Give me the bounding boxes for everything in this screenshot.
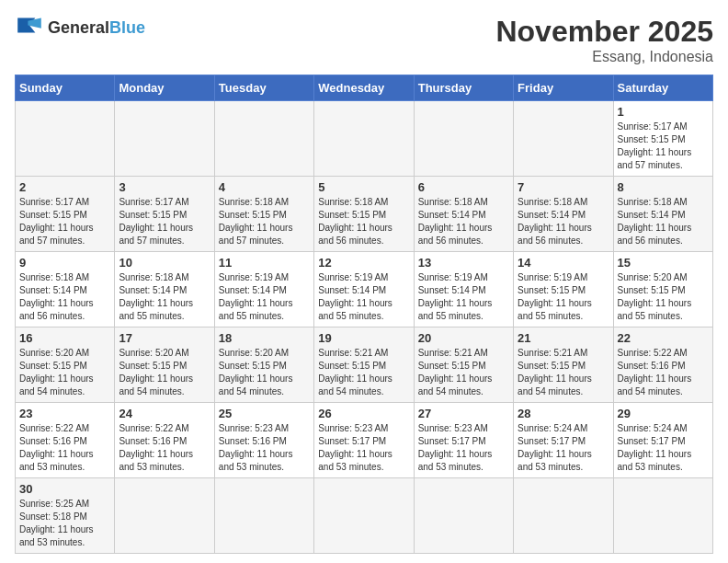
calendar-cell xyxy=(414,101,513,177)
day-number: 4 xyxy=(219,180,310,194)
calendar-cell: 9Sunrise: 5:18 AMSunset: 5:14 PMDaylight… xyxy=(16,252,115,327)
day-number: 5 xyxy=(318,180,409,194)
logo-text: GeneralBlue xyxy=(48,18,145,38)
calendar-cell xyxy=(314,101,414,177)
day-info: Sunrise: 5:20 AMSunset: 5:15 PMDaylight:… xyxy=(119,347,210,398)
calendar-table: SundayMondayTuesdayWednesdayThursdayFrid… xyxy=(15,75,713,554)
calendar-cell xyxy=(16,101,115,177)
calendar-week-row: 23Sunrise: 5:22 AMSunset: 5:16 PMDayligh… xyxy=(16,403,713,478)
day-info: Sunrise: 5:20 AMSunset: 5:15 PMDaylight:… xyxy=(219,347,310,398)
day-number: 28 xyxy=(518,407,609,420)
calendar-cell xyxy=(314,478,414,554)
day-info: Sunrise: 5:18 AMSunset: 5:14 PMDaylight:… xyxy=(518,196,609,247)
location-subtitle: Essang, Indonesia xyxy=(495,49,713,65)
calendar-cell: 11Sunrise: 5:19 AMSunset: 5:14 PMDayligh… xyxy=(214,252,313,327)
calendar-cell xyxy=(414,478,513,554)
calendar-cell: 10Sunrise: 5:18 AMSunset: 5:14 PMDayligh… xyxy=(115,252,214,327)
calendar-week-row: 9Sunrise: 5:18 AMSunset: 5:14 PMDaylight… xyxy=(16,252,713,327)
day-info: Sunrise: 5:17 AMSunset: 5:15 PMDaylight:… xyxy=(19,196,110,247)
day-info: Sunrise: 5:25 AMSunset: 5:18 PMDaylight:… xyxy=(19,498,110,549)
day-number: 3 xyxy=(119,180,210,194)
weekday-header-friday: Friday xyxy=(514,75,613,101)
day-info: Sunrise: 5:23 AMSunset: 5:16 PMDaylight:… xyxy=(219,422,310,474)
day-info: Sunrise: 5:24 AMSunset: 5:17 PMDaylight:… xyxy=(618,422,709,474)
weekday-header-thursday: Thursday xyxy=(414,75,513,101)
calendar-cell: 15Sunrise: 5:20 AMSunset: 5:15 PMDayligh… xyxy=(613,252,712,327)
calendar-cell xyxy=(514,478,613,554)
calendar-week-row: 1Sunrise: 5:17 AMSunset: 5:15 PMDaylight… xyxy=(16,101,713,177)
day-number: 16 xyxy=(19,331,110,345)
day-info: Sunrise: 5:19 AMSunset: 5:14 PMDaylight:… xyxy=(418,271,509,323)
calendar-cell: 18Sunrise: 5:20 AMSunset: 5:15 PMDayligh… xyxy=(214,327,313,403)
day-info: Sunrise: 5:23 AMSunset: 5:17 PMDaylight:… xyxy=(418,422,509,474)
day-number: 14 xyxy=(518,256,609,270)
day-info: Sunrise: 5:21 AMSunset: 5:15 PMDaylight:… xyxy=(318,347,409,398)
calendar-cell: 30Sunrise: 5:25 AMSunset: 5:18 PMDayligh… xyxy=(16,478,115,554)
calendar-cell: 2Sunrise: 5:17 AMSunset: 5:15 PMDaylight… xyxy=(16,177,115,252)
day-info: Sunrise: 5:19 AMSunset: 5:15 PMDaylight:… xyxy=(518,271,609,323)
day-number: 20 xyxy=(418,331,509,345)
day-info: Sunrise: 5:17 AMSunset: 5:15 PMDaylight:… xyxy=(618,121,709,172)
day-number: 26 xyxy=(318,407,409,420)
calendar-cell: 12Sunrise: 5:19 AMSunset: 5:14 PMDayligh… xyxy=(314,252,414,327)
day-number: 19 xyxy=(318,331,409,345)
calendar-cell xyxy=(214,101,313,177)
day-number: 27 xyxy=(418,407,509,420)
day-number: 25 xyxy=(219,407,310,420)
day-info: Sunrise: 5:18 AMSunset: 5:14 PMDaylight:… xyxy=(418,196,509,247)
weekday-header-row: SundayMondayTuesdayWednesdayThursdayFrid… xyxy=(16,75,713,101)
calendar-cell: 8Sunrise: 5:18 AMSunset: 5:14 PMDaylight… xyxy=(613,177,712,252)
weekday-header-sunday: Sunday xyxy=(16,75,115,101)
calendar-cell: 3Sunrise: 5:17 AMSunset: 5:15 PMDaylight… xyxy=(115,177,214,252)
title-block: November 2025 Essang, Indonesia xyxy=(495,15,713,65)
calendar-cell: 4Sunrise: 5:18 AMSunset: 5:15 PMDaylight… xyxy=(214,177,313,252)
day-info: Sunrise: 5:18 AMSunset: 5:15 PMDaylight:… xyxy=(318,196,409,247)
calendar-cell: 16Sunrise: 5:20 AMSunset: 5:15 PMDayligh… xyxy=(16,327,115,403)
day-info: Sunrise: 5:22 AMSunset: 5:16 PMDaylight:… xyxy=(119,422,210,474)
calendar-cell: 5Sunrise: 5:18 AMSunset: 5:15 PMDaylight… xyxy=(314,177,414,252)
day-info: Sunrise: 5:18 AMSunset: 5:14 PMDaylight:… xyxy=(119,271,210,323)
calendar-week-row: 16Sunrise: 5:20 AMSunset: 5:15 PMDayligh… xyxy=(16,327,713,403)
calendar-cell: 29Sunrise: 5:24 AMSunset: 5:17 PMDayligh… xyxy=(613,403,712,478)
calendar-week-row: 2Sunrise: 5:17 AMSunset: 5:15 PMDaylight… xyxy=(16,177,713,252)
day-number: 6 xyxy=(418,180,509,194)
day-info: Sunrise: 5:17 AMSunset: 5:15 PMDaylight:… xyxy=(119,196,210,247)
logo: GeneralBlue xyxy=(15,15,145,40)
weekday-header-monday: Monday xyxy=(115,75,214,101)
calendar-cell xyxy=(214,478,313,554)
day-info: Sunrise: 5:18 AMSunset: 5:14 PMDaylight:… xyxy=(19,271,110,323)
day-info: Sunrise: 5:19 AMSunset: 5:14 PMDaylight:… xyxy=(219,271,310,323)
day-number: 23 xyxy=(19,407,110,420)
month-year-title: November 2025 xyxy=(495,15,713,49)
calendar-cell: 1Sunrise: 5:17 AMSunset: 5:15 PMDaylight… xyxy=(613,101,712,177)
calendar-cell: 24Sunrise: 5:22 AMSunset: 5:16 PMDayligh… xyxy=(115,403,214,478)
calendar-cell: 14Sunrise: 5:19 AMSunset: 5:15 PMDayligh… xyxy=(514,252,613,327)
logo-icon xyxy=(15,15,44,40)
calendar-cell: 28Sunrise: 5:24 AMSunset: 5:17 PMDayligh… xyxy=(514,403,613,478)
weekday-header-tuesday: Tuesday xyxy=(214,75,313,101)
calendar-cell: 20Sunrise: 5:21 AMSunset: 5:15 PMDayligh… xyxy=(414,327,513,403)
day-number: 12 xyxy=(318,256,409,270)
calendar-cell xyxy=(115,478,214,554)
day-number: 9 xyxy=(19,256,110,270)
day-number: 17 xyxy=(119,331,210,345)
calendar-cell: 23Sunrise: 5:22 AMSunset: 5:16 PMDayligh… xyxy=(16,403,115,478)
day-number: 10 xyxy=(119,256,210,270)
calendar-cell: 26Sunrise: 5:23 AMSunset: 5:17 PMDayligh… xyxy=(314,403,414,478)
day-info: Sunrise: 5:20 AMSunset: 5:15 PMDaylight:… xyxy=(618,271,709,323)
day-number: 15 xyxy=(618,256,709,270)
day-info: Sunrise: 5:21 AMSunset: 5:15 PMDaylight:… xyxy=(518,347,609,398)
calendar-cell: 22Sunrise: 5:22 AMSunset: 5:16 PMDayligh… xyxy=(613,327,712,403)
calendar-week-row: 30Sunrise: 5:25 AMSunset: 5:18 PMDayligh… xyxy=(16,478,713,554)
day-info: Sunrise: 5:22 AMSunset: 5:16 PMDaylight:… xyxy=(19,422,110,474)
day-number: 13 xyxy=(418,256,509,270)
day-number: 2 xyxy=(19,180,110,194)
day-info: Sunrise: 5:24 AMSunset: 5:17 PMDaylight:… xyxy=(518,422,609,474)
day-info: Sunrise: 5:18 AMSunset: 5:15 PMDaylight:… xyxy=(219,196,310,247)
day-info: Sunrise: 5:21 AMSunset: 5:15 PMDaylight:… xyxy=(418,347,509,398)
day-info: Sunrise: 5:18 AMSunset: 5:14 PMDaylight:… xyxy=(618,196,709,247)
calendar-cell xyxy=(514,101,613,177)
day-number: 18 xyxy=(219,331,310,345)
calendar-cell: 19Sunrise: 5:21 AMSunset: 5:15 PMDayligh… xyxy=(314,327,414,403)
calendar-cell xyxy=(613,478,712,554)
